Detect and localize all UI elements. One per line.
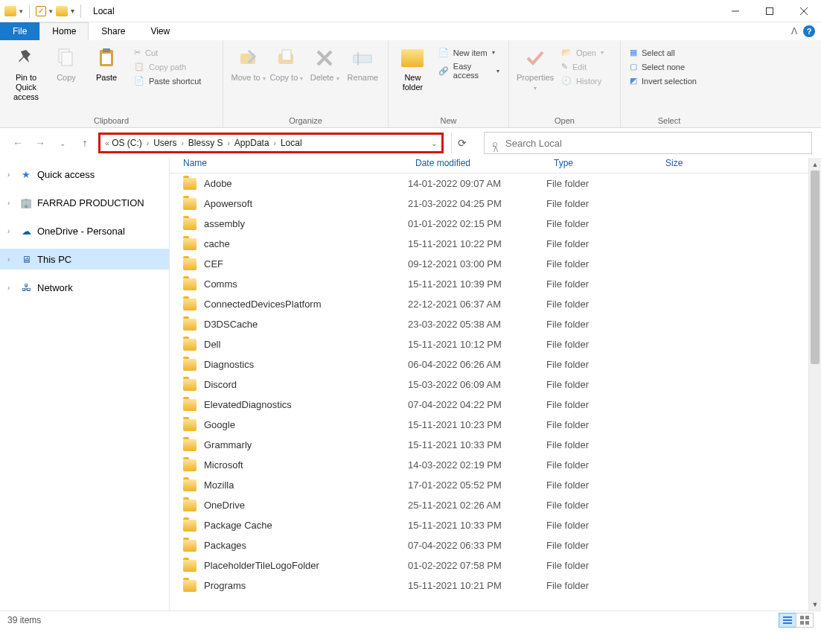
expand-icon[interactable]: › [7,255,15,264]
details-view-button[interactable] [779,613,796,628]
move-to-button[interactable]: Move to ▾ [229,45,267,84]
nav-farrad[interactable]: › 🏢 FARRAD PRODUCTION [0,192,169,213]
menu-bar: File Home Share View ᐱ ? [0,22,821,40]
history-button[interactable]: 🕘History [558,74,607,87]
maximize-button[interactable] [753,0,787,22]
column-date[interactable]: Date modified [408,158,546,168]
scroll-down-icon[interactable]: ▼ [809,598,821,610]
edit-button[interactable]: ✎Edit [558,60,607,73]
expand-icon[interactable]: › [7,284,15,292]
copy-button[interactable]: Copy [46,45,86,84]
tab-share[interactable]: Share [89,22,138,40]
file-type: File folder [546,399,658,410]
copy-to-button[interactable]: Copy to ▾ [267,45,305,84]
file-row[interactable]: ConnectedDevicesPlatform22-12-2021 06:37… [170,294,821,314]
chevron-right-icon[interactable]: › [145,139,150,147]
file-row[interactable]: PlaceholderTileLogoFolder01-02-2022 07:5… [170,555,821,576]
file-row[interactable]: cache15-11-2021 10:22 PMFile folder [170,234,821,254]
scrollbar[interactable]: ▲ ▼ [808,158,821,610]
folder-icon [183,379,197,391]
qat-dropdown-icon[interactable]: ▾ [49,7,53,15]
folder-icon [183,540,197,552]
folder-icon [183,560,197,572]
tab-file[interactable]: File [0,22,39,40]
file-row[interactable]: Comms15-11-2021 10:39 PMFile folder [170,274,821,294]
easy-access-button[interactable]: 🔗Easy access ▾ [435,60,502,81]
scroll-track[interactable] [809,170,821,598]
expand-icon[interactable]: › [7,199,15,207]
file-row[interactable]: Mozilla17-01-2022 05:52 PMFile folder [170,475,821,495]
file-name: Diagnostics [204,359,254,370]
properties-button[interactable]: Properties▾ [515,45,555,94]
file-row[interactable]: Grammarly15-11-2021 10:33 PMFile folder [170,435,821,455]
delete-button[interactable]: Delete ▾ [306,45,344,84]
copy-path-button[interactable]: 📋Copy path [131,60,204,73]
column-name[interactable]: Name [170,158,408,168]
file-name: Microsoft [204,459,243,471]
network-icon: 🖧 [19,281,33,294]
qat-overflow-icon[interactable]: ▾ [71,7,74,15]
file-row[interactable]: Packages07-04-2022 06:33 PMFile folder [170,535,821,555]
file-row[interactable]: Apowersoft21-03-2022 04:25 PMFile folder [170,194,821,214]
up-button[interactable]: ↑ [76,134,94,152]
open-button[interactable]: 📂Open ▾ [558,46,607,59]
file-row[interactable]: Programs15-11-2021 10:21 PMFile folder [170,576,821,596]
folder-icon [183,359,197,371]
file-row[interactable]: Discord15-03-2022 06:09 AMFile folder [170,374,821,395]
file-row[interactable]: Diagnostics06-04-2022 06:26 AMFile folde… [170,354,821,374]
help-icon[interactable]: ? [803,25,815,37]
back-button[interactable]: ← [9,134,27,152]
file-row[interactable]: Package Cache15-11-2021 10:33 PMFile fol… [170,515,821,535]
properties-qat-icon[interactable]: ✓ [36,6,46,16]
file-row[interactable]: Microsoft14-03-2022 02:19 PMFile folder [170,455,821,475]
file-name: cache [204,238,230,249]
cut-button[interactable]: ✂Cut [131,46,204,59]
file-row[interactable]: ElevatedDiagnostics07-04-2022 04:22 PMFi… [170,395,821,415]
file-name: Apowersoft [204,198,252,209]
column-type[interactable]: Type [546,158,658,168]
invert-selection-button[interactable]: ◩Invert selection [627,74,700,87]
tab-home[interactable]: Home [39,22,89,40]
select-none-button[interactable]: ▢Select none [627,60,700,73]
forward-button[interactable]: → [31,134,49,152]
icons-view-button[interactable] [796,613,814,628]
pin-quick-access-button[interactable]: Pin to Quick access [6,45,46,104]
nav-this-pc[interactable]: › 🖥 This PC [0,249,169,270]
folder-icon [183,218,197,230]
breadcrumb-part[interactable]: OS (C:) [109,138,145,148]
tab-view[interactable]: View [138,22,182,40]
nav-network[interactable]: › 🖧 Network [0,277,169,298]
collapse-ribbon-icon[interactable]: ᐱ [791,26,797,36]
paste-button[interactable]: Paste [86,45,127,84]
file-row[interactable]: Dell15-11-2021 10:12 PMFile folder [170,334,821,354]
expand-icon[interactable]: › [7,170,15,179]
svg-rect-20 [805,616,809,619]
file-date: 15-11-2021 10:12 PM [408,339,546,350]
file-row[interactable]: D3DSCache23-03-2022 05:38 AMFile folder [170,314,821,334]
minimize-button[interactable] [718,0,753,22]
file-row[interactable]: Adobe14-01-2022 09:07 AMFile folder [170,173,821,194]
file-date: 14-03-2022 02:19 PM [408,459,546,471]
nav-onedrive[interactable]: › ☁ OneDrive - Personal [0,220,169,241]
recent-locations-button[interactable]: ⌄ [54,134,71,152]
close-button[interactable] [787,0,821,22]
file-row[interactable]: assembly01-01-2022 02:15 PMFile folder [170,214,821,234]
file-row[interactable]: CEF09-12-2021 03:00 PMFile folder [170,254,821,274]
folder-icon[interactable] [56,6,68,16]
column-size[interactable]: Size [658,158,732,168]
expand-icon[interactable]: › [7,227,15,235]
nav-quick-access[interactable]: › ★ Quick access [0,164,169,185]
file-name: Grammarly [204,439,252,450]
scroll-up-icon[interactable]: ▲ [809,158,821,170]
file-row[interactable]: Google15-11-2021 10:23 PMFile folder [170,415,821,435]
qat-dropdown-icon[interactable]: ▾ [19,7,23,15]
file-row[interactable]: OneDrive25-11-2021 02:26 AMFile folder [170,495,821,515]
select-all-button[interactable]: ▦Select all [627,46,700,59]
new-item-button[interactable]: 📄New item ▾ [435,46,502,59]
paste-shortcut-button[interactable]: 📄Paste shortcut [131,74,204,87]
scroll-thumb[interactable] [811,170,820,364]
rename-button[interactable]: Rename [344,45,382,84]
svg-rect-16 [783,616,792,618]
new-folder-button[interactable]: New folder [394,45,431,94]
svg-rect-19 [800,616,804,619]
